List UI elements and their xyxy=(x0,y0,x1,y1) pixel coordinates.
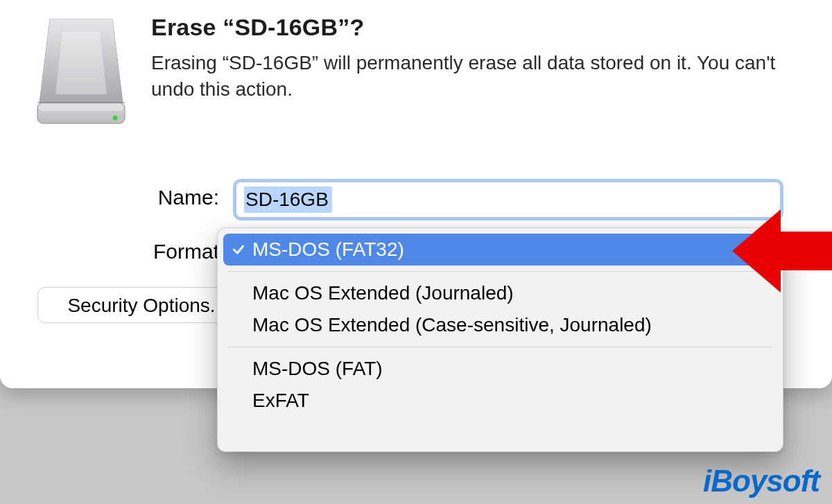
format-option[interactable]: MS-DOS (FAT) xyxy=(223,353,777,385)
format-dropdown[interactable]: MS-DOS (FAT32)Mac OS Extended (Journaled… xyxy=(217,227,783,452)
format-label: Format xyxy=(53,240,219,263)
watermark-text: iBoysoft xyxy=(703,464,820,498)
name-label: Name: xyxy=(53,186,219,209)
format-option[interactable]: MS-DOS (FAT32) xyxy=(223,234,777,266)
format-option[interactable]: Mac OS Extended (Case-sensitive, Journal… xyxy=(223,309,777,341)
format-option[interactable]: ExFAT xyxy=(223,385,777,417)
name-input[interactable] xyxy=(236,182,781,218)
svg-rect-1 xyxy=(39,104,123,111)
dialog-title: Erase “SD-16GB”? xyxy=(151,14,364,41)
svg-point-3 xyxy=(113,116,118,121)
format-option-label: MS-DOS (FAT32) xyxy=(252,238,404,261)
security-options-button[interactable]: Security Options. xyxy=(37,287,245,323)
watermark: iBoysoft xyxy=(703,464,820,498)
dropdown-separator xyxy=(227,271,773,272)
format-option-label: ExFAT xyxy=(252,390,309,412)
format-option-label: MS-DOS (FAT) xyxy=(252,358,383,380)
check-icon xyxy=(232,243,245,257)
dropdown-separator xyxy=(227,347,773,347)
format-option[interactable]: Mac OS Extended (Journaled) xyxy=(223,277,777,309)
format-option-label: Mac OS Extended (Journaled) xyxy=(252,282,514,304)
format-option-label: Mac OS Extended (Case-sensitive, Journal… xyxy=(252,314,652,336)
dialog-description: Erasing “SD-16GB” will permanently erase… xyxy=(151,50,782,103)
external-disk-icon xyxy=(29,12,133,130)
